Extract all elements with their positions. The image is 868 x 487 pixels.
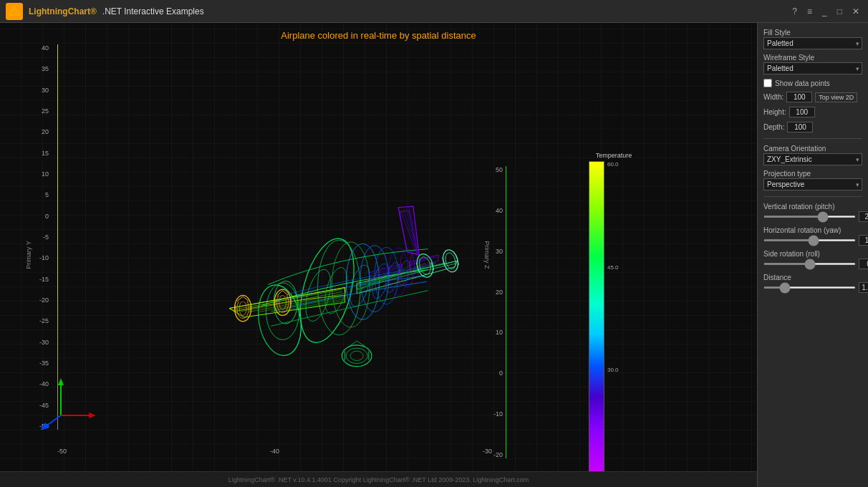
side-rotation-value[interactable] bbox=[859, 259, 868, 269]
projection-type-section: Projection type Perspective Orthographic bbox=[763, 170, 862, 191]
distance-section: Distance bbox=[763, 274, 862, 293]
fill-style-section: Fill Style Paletted Solid Mesh bbox=[763, 29, 862, 49]
distance-slider[interactable] bbox=[763, 286, 856, 289]
chart-title: Airplane colored in real-time by spatial… bbox=[281, 30, 476, 41]
vertical-rotation-label: Vertical rotation (pitch) bbox=[763, 203, 862, 211]
fill-style-select[interactable]: Paletted Solid Mesh bbox=[763, 37, 862, 49]
depth-label: Depth: bbox=[763, 123, 784, 131]
fill-style-label: Fill Style bbox=[763, 29, 862, 37]
svg-point-59 bbox=[350, 351, 363, 360]
wireframe-style-section: Wireframe Style Paletted Solid None bbox=[763, 54, 862, 74]
divider-2 bbox=[763, 196, 862, 197]
camera-orientation-section: Camera Orientation ZXY_Extrinsic XYZ_Int… bbox=[763, 145, 862, 165]
svg-marker-8 bbox=[40, 423, 49, 430]
side-rotation-label: Side rotation (roll) bbox=[763, 250, 862, 258]
app-logo bbox=[6, 3, 23, 20]
svg-line-60 bbox=[349, 341, 357, 347]
temperature-legend: Temperature 60.0 45.0 30.0 15.0 °C bbox=[589, 152, 639, 444]
projection-type-select[interactable]: Perspective Orthographic bbox=[763, 178, 862, 191]
svg-point-13 bbox=[318, 240, 361, 335]
close-button[interactable]: ✕ bbox=[849, 5, 862, 18]
depth-row: Depth: bbox=[763, 122, 862, 132]
svg-point-2 bbox=[14, 14, 15, 15]
y-axis-right bbox=[506, 166, 506, 458]
width-row: Width: Top view 2D bbox=[763, 92, 862, 102]
temperature-gradient bbox=[589, 161, 604, 476]
menu-button[interactable]: ≡ bbox=[804, 5, 815, 18]
chart-area[interactable]: Airplane colored in real-time by spatial… bbox=[0, 23, 757, 487]
horizontal-rotation-section: Horizontal rotation (yaw) bbox=[763, 226, 862, 246]
airplane-visual bbox=[143, 95, 499, 415]
wireframe-style-select[interactable]: Paletted Solid None bbox=[763, 62, 862, 74]
show-data-points-row: Show data points bbox=[763, 79, 862, 87]
coordinate-arrows bbox=[39, 372, 97, 430]
vertical-rotation-section: Vertical rotation (pitch) bbox=[763, 203, 862, 222]
width-label: Width: bbox=[763, 93, 783, 101]
horizontal-rotation-slider[interactable] bbox=[763, 239, 856, 241]
depth-input[interactable] bbox=[787, 122, 813, 132]
camera-orientation-wrapper: ZXY_Extrinsic XYZ_Intrinsic bbox=[763, 153, 862, 165]
side-rotation-section: Side rotation (roll) bbox=[763, 250, 862, 269]
vertical-rotation-slider[interactable] bbox=[763, 216, 856, 218]
vertical-rotation-value[interactable] bbox=[859, 211, 868, 222]
help-button[interactable]: ? bbox=[789, 5, 800, 18]
width-input[interactable] bbox=[786, 92, 812, 102]
camera-orientation-select[interactable]: ZXY_Extrinsic XYZ_Intrinsic bbox=[763, 153, 862, 165]
side-rotation-slider[interactable] bbox=[763, 263, 856, 265]
brand-label: LightningChart® bbox=[29, 6, 97, 16]
horizontal-rotation-value[interactable] bbox=[859, 235, 868, 246]
primary-y-axis-label: Primary Y bbox=[25, 241, 32, 269]
horizontal-rotation-label: Horizontal rotation (yaw) bbox=[763, 226, 862, 234]
x-axis-labels: -50 -40 -30 bbox=[57, 448, 492, 455]
height-input[interactable] bbox=[789, 107, 815, 117]
divider-1 bbox=[763, 138, 862, 139]
wireframe-style-wrapper: Paletted Solid None bbox=[763, 62, 862, 74]
show-data-points-checkbox[interactable] bbox=[763, 79, 772, 87]
temperature-labels: 60.0 45.0 30.0 15.0 bbox=[607, 161, 619, 476]
titlebar-controls: ? ≡ _ □ ✕ bbox=[789, 5, 862, 18]
top-view-button[interactable]: Top view 2D bbox=[815, 92, 857, 102]
fill-style-wrapper: Paletted Solid Mesh bbox=[763, 37, 862, 49]
projection-type-label: Projection type bbox=[763, 170, 862, 178]
camera-orientation-label: Camera Orientation bbox=[763, 145, 862, 153]
main-layout: Airplane colored in real-time by spatial… bbox=[0, 23, 868, 487]
distance-value[interactable] bbox=[859, 282, 868, 293]
height-row: Height: bbox=[763, 107, 862, 117]
maximize-button[interactable]: □ bbox=[834, 5, 845, 18]
right-panel: Fill Style Paletted Solid Mesh Wireframe… bbox=[757, 23, 868, 487]
show-data-points-label: Show data points bbox=[775, 79, 830, 87]
svg-marker-4 bbox=[58, 378, 64, 385]
temperature-legend-title: Temperature bbox=[589, 152, 639, 159]
app-title-label: .NET Interactive Examples bbox=[102, 6, 204, 16]
minimize-button[interactable]: _ bbox=[819, 5, 830, 18]
svg-marker-6 bbox=[89, 413, 96, 418]
wireframe-style-label: Wireframe Style bbox=[763, 54, 862, 62]
distance-row bbox=[763, 282, 862, 293]
footer-copyright: LightningChart® .NET v.10.4.1.4001 Copyr… bbox=[0, 471, 757, 487]
distance-label: Distance bbox=[763, 274, 862, 281]
horizontal-rotation-row bbox=[763, 235, 862, 246]
side-rotation-row bbox=[763, 259, 862, 269]
svg-point-58 bbox=[346, 348, 367, 364]
height-label: Height: bbox=[763, 108, 786, 116]
projection-type-wrapper: Perspective Orthographic bbox=[763, 178, 862, 191]
vertical-rotation-row bbox=[763, 211, 862, 222]
titlebar: LightningChart® .NET Interactive Example… bbox=[0, 0, 868, 23]
